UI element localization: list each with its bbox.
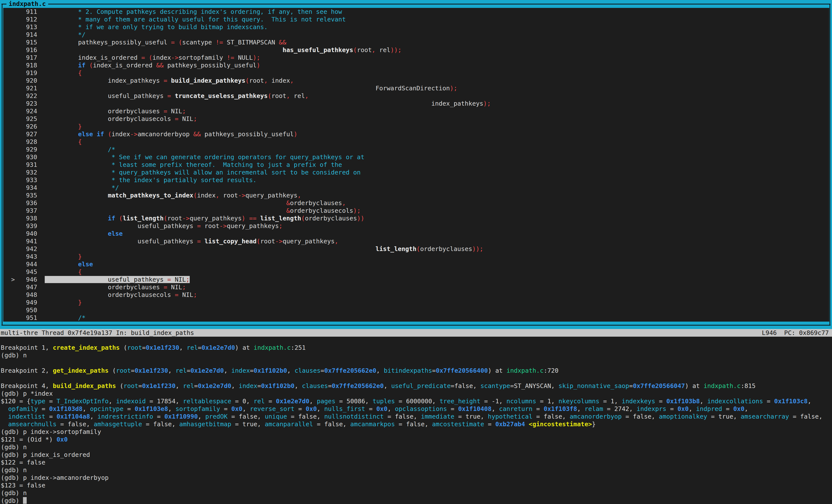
text-segment: 0x1f102b0 [261,382,294,390]
text-segment: (gdb) p index->sortopfamily [1,428,101,436]
line-number[interactable]: 938 [4,215,37,222]
line-number[interactable]: 927 [4,130,37,138]
line-number[interactable]: 919 [4,69,37,77]
text-segment: useful_predicate [391,382,451,390]
text-segment: $120 = { [1,398,30,405]
line-number[interactable]: 942 [4,245,37,253]
line-number[interactable]: 931 [4,161,37,169]
text-segment: 0x1f104a8 [57,413,90,420]
line-number[interactable]: 949 [4,299,37,306]
line-number[interactable]: 940 [4,230,37,237]
text-segment: & [286,199,290,206]
text-segment: = [250,367,254,374]
line-number[interactable]: 935 [4,192,37,199]
line-number[interactable]: 918 [4,61,37,69]
line-number[interactable]: 929 [4,146,37,153]
line-number[interactable]: 920 [4,77,37,84]
text-segment: list_length [260,215,302,222]
line-number[interactable]: 945 [4,268,37,276]
line-number[interactable]: 947 [4,283,37,291]
text-segment: rel [375,47,390,54]
text-segment: = [629,382,633,390]
line-number[interactable]: 914 [4,31,37,38]
text-segment: = 1, [599,398,622,405]
text-segment: = [46,398,57,405]
text-segment: = 2742, [603,405,636,413]
line-number[interactable]: 939 [4,222,37,230]
text-segment: 0x7ffe205662e0 [324,367,376,374]
text-segment: , [492,405,499,413]
line-number[interactable]: 933 [4,176,37,184]
line-number[interactable]: 943 [4,253,37,260]
line-number[interactable]: 941 [4,237,37,245]
text-segment: useful_pathkeys [45,276,167,283]
text-segment: = [46,413,57,420]
line-number[interactable]: 917 [4,54,37,61]
line-number[interactable]: 911 [4,8,37,16]
status-bar: multi-thre Thread 0x7f4e19a137 In: build… [0,329,832,337]
text-segment: , [808,398,811,405]
text-segment: query_pathkeys [245,192,297,199]
text-segment: = [153,413,164,420]
line-number[interactable]: 930 [4,153,37,161]
line-number[interactable]: 951 [4,314,37,321]
gdb-console[interactable]: Breakpoint 1, create_index_paths (root=0… [0,337,832,504]
text-segment: , [335,238,338,245]
line-number[interactable]: 936 [4,199,37,207]
text-segment: * if we are only trying to build bitmap … [78,24,268,31]
text-segment: = [142,344,146,351]
line-number[interactable]: 924 [4,107,37,115]
line-number[interactable]: 921 [4,84,37,92]
line-number[interactable]: 913 [4,23,37,31]
text-segment: = false, [287,413,324,420]
code-text: if (list_length(root->query_pathkeys) ==… [37,215,364,222]
code-text: useful_pathkeys = root->query_pathkeys; [37,222,282,229]
code-text: * the index's partially sorted results. [37,176,256,184]
line-number[interactable]: 950 [4,306,37,314]
line-number[interactable]: > 946 [4,276,37,283]
text-segment: ( [416,245,420,252]
text-segment: , [577,405,584,413]
line-number[interactable]: 944 [4,260,37,268]
source-line: 928 { [4,138,829,146]
frame-right-border-line [830,4,830,326]
text-segment: ( [89,62,93,69]
source-line: 937 &orderbyclausecols); [4,207,829,215]
line-number[interactable]: 937 [4,207,37,215]
text-segment: , [168,405,175,413]
line-number[interactable]: 916 [4,46,37,54]
source-line: 930 * See if we can generate ordering op… [4,153,829,161]
text-segment: , [198,413,205,420]
line-number[interactable]: 925 [4,115,37,123]
line-number[interactable]: 932 [4,169,37,176]
code-text: { [37,69,82,77]
line-number[interactable]: 948 [4,291,37,299]
line-number[interactable]: 928 [4,138,37,146]
line-number[interactable]: 926 [4,123,37,130]
console-line: $123 = false [1,481,832,489]
text-segment: root [357,47,372,54]
line-number[interactable]: 923 [4,100,37,107]
text-segment: = [194,382,198,390]
source-line: 938 if (list_length(root->query_pathkeys… [4,215,829,222]
text-segment: = [175,115,182,122]
text-segment: , [294,382,302,390]
text-segment: * 2. Compute pathkeys describing index's… [78,8,342,15]
line-number[interactable]: 912 [4,16,37,23]
text-segment: , [387,405,395,413]
source-line-current: > 946 useful_pathkeys = NIL; [4,276,829,283]
text-segment: list_copy_head [205,238,257,245]
text-segment: = [655,398,666,405]
text-segment: root [205,222,219,229]
line-number[interactable]: 915 [4,38,37,46]
text-segment: orderbyclauses [108,108,163,115]
text-segment: 0x1f103b8 [666,398,700,405]
source-code-pane[interactable]: 911 * 2. Compute pathkeys describing ind… [3,8,829,321]
line-number[interactable]: 922 [4,92,37,100]
text-segment: != [227,54,238,61]
line-number[interactable]: 934 [4,184,37,192]
text-segment: root [116,367,131,374]
text-segment: = [532,405,544,413]
code-text: &orderbyclausecols); [37,207,360,214]
code-text: * if we are only trying to build bitmap … [37,24,267,31]
